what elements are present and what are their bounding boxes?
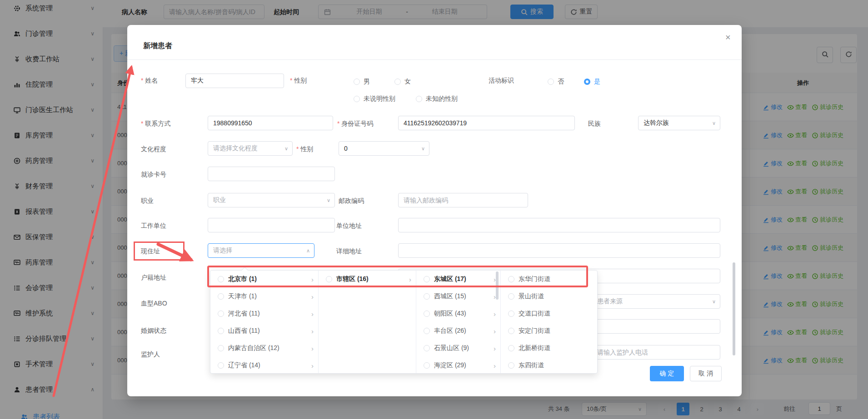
modal-scrollbar[interactable] [733,262,735,355]
cascader-option[interactable]: 石景山区 (9)› [416,340,500,357]
cascader-option[interactable]: 市辖区 (16)› [319,271,416,288]
work-unit-input[interactable] [208,218,335,232]
chevron-down-icon: ∨ [327,197,330,203]
radio-icon[interactable] [508,276,514,282]
name-input[interactable] [185,74,284,88]
cascader-option[interactable]: 丰台区 (26)› [416,322,500,340]
radio-icon[interactable] [508,293,514,300]
cascader-column-2: 市辖区 (16)› [319,271,416,373]
unit-address-input[interactable] [398,218,720,232]
chevron-right-icon: › [311,327,314,335]
radio-icon[interactable] [508,328,514,334]
visit-card-input[interactable] [208,167,335,181]
radio-icon[interactable] [218,276,224,282]
education-select[interactable]: 请选择文化程度 ∨ [208,141,293,156]
radio-icon[interactable] [354,79,360,85]
radio-icon[interactable] [394,79,401,85]
guardian-label: 监护人 [141,350,160,359]
cascader-option[interactable]: 天津市 (1)› [210,288,318,305]
occupation-select[interactable]: 职业 ∨ [208,193,335,207]
cascader-option[interactable]: 东城区 (17)› [416,271,500,288]
patient-source-select[interactable]: 患者来源 ∨ [592,294,720,309]
radio-icon[interactable] [508,362,514,369]
id-number-input[interactable] [398,116,575,130]
gender-code-label: 性别 [296,145,313,153]
cascader-option[interactable]: 内蒙古自治区 (12)› [210,340,318,357]
radio-icon[interactable] [424,345,430,351]
radio-icon[interactable] [218,311,224,317]
cascader-option[interactable]: 景山街道 [501,288,597,305]
chevron-right-icon: › [494,362,496,370]
radio-icon[interactable] [218,293,224,300]
blood-type-label: 血型ABO [141,300,167,308]
radio-icon[interactable] [424,276,430,282]
cascader-option[interactable]: 交道口街道 [501,305,597,322]
gender-option-female[interactable]: 女 [394,78,411,86]
cascader-option[interactable]: 北京市 (1)› [210,271,318,288]
add-patient-modal: 新增患者 × 姓名 性别 男 女 活动标识 否 是 未说明性别 [127,25,742,396]
work-unit-label: 工作单位 [141,222,166,230]
gender-option-male[interactable]: 男 [354,78,370,86]
radio-checked-icon[interactable] [584,79,590,85]
radio-icon[interactable] [218,328,224,334]
chevron-right-icon: › [311,293,314,301]
cascader-option[interactable]: 东华门街道 [501,271,597,288]
cascader-column-3: 东城区 (17)›西城区 (15)›朝阳区 (43)›丰台区 (26)›石景山区… [416,271,501,373]
modal-divider [127,59,742,60]
cascader-option[interactable]: 北新桥街道 [501,340,597,357]
radio-icon[interactable] [424,362,430,369]
education-label: 文化程度 [141,145,166,153]
active-flag-option-yes[interactable]: 是 [584,78,600,86]
radio-icon[interactable] [424,328,430,334]
cascader-option[interactable]: 海淀区 (29)› [416,357,500,373]
contact-label: 联系方式 [141,120,170,128]
radio-icon[interactable] [416,96,422,102]
radio-icon[interactable] [326,276,332,282]
gender-option-unspecified[interactable]: 未说明性别 [354,95,395,103]
radio-icon[interactable] [548,79,554,85]
chevron-up-icon: ∧ [306,248,310,254]
postal-code-label: 邮政编码 [339,197,364,205]
cascader-option[interactable]: 安定门街道 [501,322,597,340]
chevron-down-icon: ∨ [712,299,716,305]
postal-code-input[interactable] [398,193,528,207]
cascader-option[interactable]: 东四街道 [501,357,597,373]
contact-input[interactable] [208,116,333,130]
ethnicity-select[interactable]: 达斡尔族 ∨ [638,116,720,130]
radio-icon[interactable] [508,311,514,317]
chevron-right-icon: › [409,276,411,283]
radio-icon[interactable] [354,96,360,102]
current-address-label: 现住址 [141,247,160,256]
address-cascader-dropdown: 北京市 (1)›天津市 (1)›河北省 (11)›山西省 (11)›内蒙古自治区… [210,270,598,374]
radio-icon[interactable] [424,293,430,300]
cascader-option[interactable]: 西城区 (15)› [416,288,500,305]
gender-label: 性别 [290,77,307,85]
guardian-phone-input[interactable] [592,345,720,360]
unit-address-label: 单位地址 [336,222,362,230]
cascader-option[interactable]: 河北省 (11)› [210,305,318,322]
radio-icon[interactable] [218,345,224,351]
marital-status-label: 婚姻状态 [141,327,166,335]
id-number-label: 身份证号码 [337,120,373,128]
cancel-button[interactable]: 取 消 [690,366,722,381]
chevron-right-icon: › [494,310,496,318]
detail-address-label: 详细地址 [336,247,362,256]
chevron-right-icon: › [311,362,314,370]
cascader-scrollbar[interactable] [496,271,499,300]
cascader-option[interactable]: 辽宁省 (14)› [210,357,318,373]
visit-card-label: 就诊卡号 [141,171,166,179]
confirm-button[interactable]: 确 定 [650,366,684,381]
active-flag-option-no[interactable]: 否 [548,78,564,86]
gender-code-select[interactable]: 0 ∨ [339,141,429,156]
radio-icon[interactable] [218,362,224,369]
current-address-select[interactable]: 请选择 ∧ [208,243,314,258]
close-icon[interactable]: × [723,30,733,44]
cascader-option[interactable]: 山西省 (11)› [210,322,318,340]
cascader-option[interactable]: 朝阳区 (43)› [416,305,500,322]
gender-option-unknown[interactable]: 未知的性别 [416,95,458,103]
radio-icon[interactable] [508,345,514,351]
chevron-right-icon: › [311,276,314,283]
detail-address-input[interactable] [398,243,720,258]
chevron-down-icon: ∨ [421,146,425,152]
radio-icon[interactable] [424,311,430,317]
